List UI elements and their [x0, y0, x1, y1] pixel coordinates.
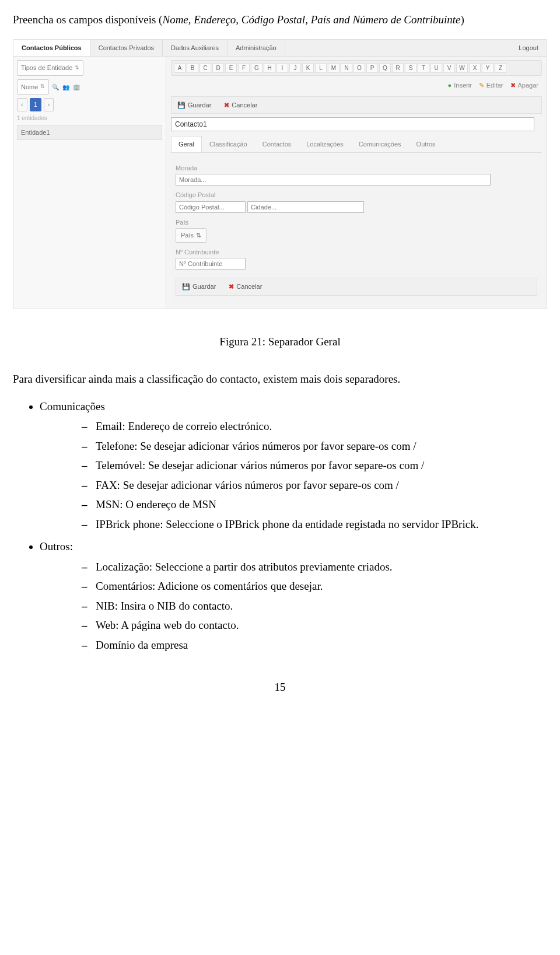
alphabet-filter: A B C D E F G H I J K L M N O P Q R S T	[171, 60, 542, 76]
paragraph-after-caption: Para diversificar ainda mais a classific…	[13, 371, 547, 388]
letter-w[interactable]: W	[456, 63, 468, 73]
nome-select[interactable]: Nome ⇅	[17, 79, 49, 95]
letter-x[interactable]: X	[469, 63, 481, 73]
subtab-contactos[interactable]: Contactos	[255, 136, 299, 152]
apagar-label: Apagar	[518, 81, 538, 90]
letter-d[interactable]: D	[212, 63, 224, 73]
letter-j[interactable]: J	[289, 63, 301, 73]
letter-t[interactable]: T	[418, 63, 429, 73]
entity-row[interactable]: Entidade1	[17, 125, 162, 141]
tab-administracao[interactable]: Administração	[228, 40, 285, 57]
contact-name-input[interactable]	[171, 117, 534, 131]
morada-input[interactable]	[176, 174, 491, 186]
people-icon[interactable]: 👥	[62, 83, 70, 91]
search-icon[interactable]: 🔍	[51, 83, 60, 91]
apagar-button[interactable]: ✖Apagar	[510, 81, 538, 90]
top-tabs: Contactos Públicos Contactos Privados Da…	[13, 40, 285, 57]
editar-label: Editar	[487, 81, 503, 90]
pencil-icon: ✎	[479, 81, 484, 90]
tipos-entidade-select[interactable]: Tipos de Entidade ⇅	[17, 60, 83, 76]
cidade-input[interactable]	[247, 201, 364, 213]
list-item: Email: Endereço de correio electrónico.	[82, 418, 547, 435]
letter-k[interactable]: K	[302, 63, 314, 73]
save-cancel-row-top: 💾Guardar ✖Cancelar	[171, 96, 542, 114]
pais-label: País	[176, 218, 537, 228]
top-bullet-list: Comunicações Email: Endereço de correio …	[13, 398, 547, 654]
subtab-classificacao[interactable]: Classificação	[202, 136, 255, 152]
letter-e[interactable]: E	[225, 63, 237, 73]
pager-next[interactable]: ›	[44, 98, 54, 111]
letter-n[interactable]: N	[341, 63, 352, 73]
letter-l[interactable]: L	[315, 63, 327, 73]
tab-contactos-privados[interactable]: Contactos Privados	[90, 40, 163, 57]
letter-c[interactable]: C	[200, 63, 211, 73]
intro-italic: Nome, Endereço, Código Postal, País and …	[162, 13, 460, 26]
letter-f[interactable]: F	[238, 63, 250, 73]
outros-title: Outros:	[40, 540, 73, 552]
nc-label: Nº Contribuinte	[176, 247, 537, 257]
inserir-label: Inserir	[454, 81, 472, 90]
cp-input[interactable]	[176, 201, 246, 213]
chevron-updown-icon: ⇅	[40, 83, 45, 91]
pager: ‹ 1 ›	[17, 98, 162, 111]
entity-count: 1 entidades	[17, 114, 162, 123]
list-item: Domínio da empresa	[82, 637, 547, 654]
comunicacoes-item: Comunicações Email: Endereço de correio …	[40, 398, 547, 533]
letter-b[interactable]: B	[187, 63, 198, 73]
editar-button[interactable]: ✎Editar	[479, 81, 503, 90]
building-icon[interactable]: 🏢	[72, 83, 80, 91]
left-panel: Tipos de Entidade ⇅ Nome ⇅ 🔍 👥 🏢 ‹ 1 › 1…	[13, 57, 166, 309]
list-item: MSN: O endereço de MSN	[82, 496, 547, 513]
guardar-button-bottom[interactable]: 💾Guardar	[178, 281, 219, 293]
comunicacoes-sublist: Email: Endereço de correio electrónico. …	[40, 418, 547, 533]
tipos-entidade-label: Tipos de Entidade	[21, 63, 72, 73]
chevron-updown-icon: ⇅	[75, 64, 79, 72]
subtab-localizacoes[interactable]: Localizações	[299, 136, 351, 152]
subtab-outros[interactable]: Outros	[409, 136, 443, 152]
letter-h[interactable]: H	[264, 63, 275, 73]
list-item: FAX: Se desejar adicionar vários números…	[82, 477, 547, 494]
chevron-updown-icon: ⇅	[196, 230, 201, 240]
right-panel: A B C D E F G H I J K L M N O P Q R S T	[166, 57, 547, 309]
letter-y[interactable]: Y	[482, 63, 494, 73]
cancel-icon: ✖	[224, 100, 229, 110]
guardar-button[interactable]: 💾Guardar	[174, 99, 215, 111]
guardar-label: Guardar	[192, 282, 216, 292]
letter-a[interactable]: A	[174, 63, 186, 73]
app-body: Tipos de Entidade ⇅ Nome ⇅ 🔍 👥 🏢 ‹ 1 › 1…	[13, 57, 547, 309]
comunicacoes-title: Comunicações	[40, 400, 105, 412]
action-row: ●Inserir ✎Editar ✖Apagar	[171, 78, 542, 93]
intro-pre: Preencha os campos disponíveis (	[13, 13, 162, 26]
cancelar-button[interactable]: ✖Cancelar	[220, 99, 261, 111]
letter-q[interactable]: Q	[379, 63, 391, 73]
pais-select[interactable]: País ⇅	[176, 228, 206, 243]
nc-input[interactable]	[176, 258, 246, 270]
app-topbar: Contactos Públicos Contactos Privados Da…	[13, 40, 547, 57]
letter-z[interactable]: Z	[495, 63, 506, 73]
pager-current[interactable]: 1	[30, 98, 41, 111]
pager-prev[interactable]: ‹	[17, 98, 27, 111]
save-icon: 💾	[182, 282, 190, 292]
letter-g[interactable]: G	[251, 63, 262, 73]
logout-link[interactable]: Logout	[510, 40, 547, 57]
letter-u[interactable]: U	[430, 63, 442, 73]
form-area: Morada Código Postal País País ⇅ Nº Cont…	[171, 153, 542, 305]
outros-item: Outros: Localização: Seleccione a partir…	[40, 538, 547, 653]
cancelar-label: Cancelar	[232, 100, 257, 110]
letter-i[interactable]: I	[276, 63, 288, 73]
letter-o[interactable]: O	[354, 63, 365, 73]
letter-p[interactable]: P	[366, 63, 378, 73]
letter-s[interactable]: S	[405, 63, 416, 73]
tab-contactos-publicos[interactable]: Contactos Públicos	[13, 40, 90, 57]
morada-label: Morada	[176, 163, 537, 173]
letter-m[interactable]: M	[328, 63, 340, 73]
letter-v[interactable]: V	[443, 63, 455, 73]
letter-r[interactable]: R	[392, 63, 404, 73]
subtab-comunicacoes[interactable]: Comunicações	[351, 136, 409, 152]
nome-label: Nome	[21, 82, 38, 92]
tab-dados-auxiliares[interactable]: Dados Auxiliares	[163, 40, 228, 57]
subtab-geral[interactable]: Geral	[171, 136, 202, 152]
cancelar-button-bottom[interactable]: ✖Cancelar	[225, 281, 265, 293]
inserir-button[interactable]: ●Inserir	[448, 81, 472, 90]
save-cancel-row-bottom: 💾Guardar ✖Cancelar	[176, 278, 537, 296]
